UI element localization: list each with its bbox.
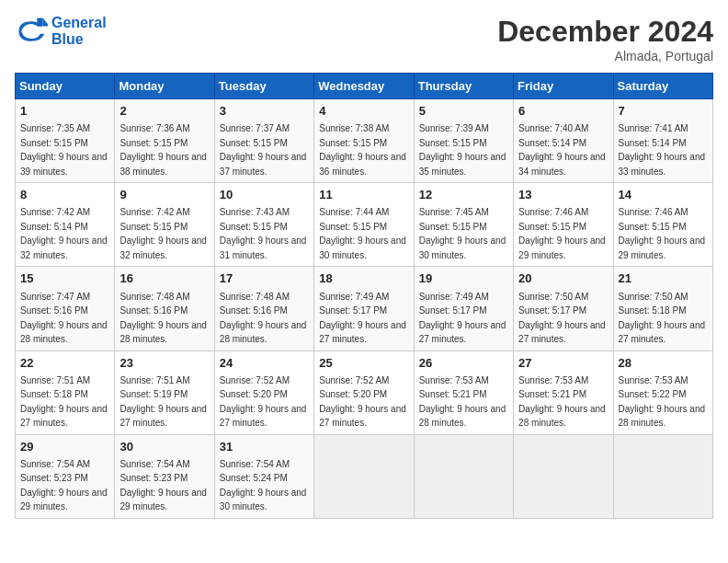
day-cell-18: 18Sunrise: 7:49 AMSunset: 5:17 PMDayligh… xyxy=(314,267,414,350)
day-cell-14: 14Sunrise: 7:46 AMSunset: 5:15 PMDayligh… xyxy=(613,183,712,267)
day-cell-12: 12Sunrise: 7:45 AMSunset: 5:15 PMDayligh… xyxy=(414,183,513,267)
day-cell-17: 17Sunrise: 7:48 AMSunset: 5:16 PMDayligh… xyxy=(214,267,313,350)
day-cell-15: 15Sunrise: 7:47 AMSunset: 5:16 PMDayligh… xyxy=(16,267,115,350)
day-number: 30 xyxy=(119,439,209,455)
day-cell-13: 13Sunrise: 7:46 AMSunset: 5:15 PMDayligh… xyxy=(514,183,613,267)
day-detail: Sunrise: 7:48 AMSunset: 5:16 PMDaylight:… xyxy=(119,292,207,345)
day-cell-3: 3Sunrise: 7:37 AMSunset: 5:15 PMDaylight… xyxy=(214,99,313,183)
day-cell-9: 9Sunrise: 7:42 AMSunset: 5:15 PMDaylight… xyxy=(115,183,214,267)
day-cell-29: 29Sunrise: 7:54 AMSunset: 5:23 PMDayligh… xyxy=(16,434,115,518)
day-detail: Sunrise: 7:54 AMSunset: 5:24 PMDaylight:… xyxy=(220,459,307,512)
day-number: 12 xyxy=(419,187,508,203)
day-number: 11 xyxy=(319,187,408,203)
day-cell-7: 7Sunrise: 7:41 AMSunset: 5:14 PMDaylight… xyxy=(613,99,712,183)
month-title: December 2024 xyxy=(497,15,713,49)
day-cell-23: 23Sunrise: 7:51 AMSunset: 5:19 PMDayligh… xyxy=(115,350,214,434)
title-area: December 2024 Almada, Portugal xyxy=(497,15,713,63)
day-detail: Sunrise: 7:47 AMSunset: 5:16 PMDaylight:… xyxy=(20,292,108,345)
day-detail: Sunrise: 7:51 AMSunset: 5:18 PMDaylight:… xyxy=(20,375,108,429)
day-number: 13 xyxy=(518,187,608,203)
day-detail: Sunrise: 7:54 AMSunset: 5:23 PMDaylight:… xyxy=(119,459,207,512)
day-number: 27 xyxy=(518,355,608,372)
day-cell-25: 25Sunrise: 7:52 AMSunset: 5:20 PMDayligh… xyxy=(314,350,414,434)
day-detail: Sunrise: 7:46 AMSunset: 5:15 PMDaylight:… xyxy=(619,207,706,260)
page-header: General Blue December 2024 Almada, Portu… xyxy=(15,15,713,63)
day-header-thursday: Thursday xyxy=(414,74,513,99)
day-number: 25 xyxy=(319,355,408,372)
day-header-wednesday: Wednesday xyxy=(314,74,414,99)
day-cell-16: 16Sunrise: 7:48 AMSunset: 5:16 PMDayligh… xyxy=(115,267,214,350)
day-detail: Sunrise: 7:49 AMSunset: 5:17 PMDaylight:… xyxy=(419,292,506,345)
day-cell-30: 30Sunrise: 7:54 AMSunset: 5:23 PMDayligh… xyxy=(115,434,214,518)
day-number: 10 xyxy=(220,187,309,203)
day-detail: Sunrise: 7:53 AMSunset: 5:21 PMDaylight:… xyxy=(518,375,606,429)
logo-text: General Blue xyxy=(51,15,107,47)
empty-cell xyxy=(613,434,712,518)
day-cell-8: 8Sunrise: 7:42 AMSunset: 5:14 PMDaylight… xyxy=(16,183,115,267)
day-number: 9 xyxy=(119,187,209,203)
day-header-tuesday: Tuesday xyxy=(214,74,313,99)
day-detail: Sunrise: 7:36 AMSunset: 5:15 PMDaylight:… xyxy=(119,123,207,177)
day-number: 24 xyxy=(220,355,309,372)
day-header-saturday: Saturday xyxy=(613,74,712,99)
day-cell-26: 26Sunrise: 7:53 AMSunset: 5:21 PMDayligh… xyxy=(414,350,513,434)
day-detail: Sunrise: 7:49 AMSunset: 5:17 PMDaylight:… xyxy=(319,292,406,345)
logo-blue: Blue xyxy=(51,31,107,48)
day-headers: SundayMondayTuesdayWednesdayThursdayFrid… xyxy=(16,74,713,99)
empty-cell xyxy=(514,434,613,518)
day-number: 23 xyxy=(119,355,209,372)
day-number: 21 xyxy=(619,270,708,287)
day-number: 19 xyxy=(419,270,508,287)
day-number: 22 xyxy=(20,355,109,372)
day-cell-31: 31Sunrise: 7:54 AMSunset: 5:24 PMDayligh… xyxy=(214,434,313,518)
day-cell-20: 20Sunrise: 7:50 AMSunset: 5:17 PMDayligh… xyxy=(514,267,613,350)
day-detail: Sunrise: 7:37 AMSunset: 5:15 PMDaylight:… xyxy=(220,123,307,177)
day-cell-10: 10Sunrise: 7:43 AMSunset: 5:15 PMDayligh… xyxy=(214,183,313,267)
day-cell-24: 24Sunrise: 7:52 AMSunset: 5:20 PMDayligh… xyxy=(214,350,313,434)
day-number: 18 xyxy=(319,270,408,287)
day-cell-19: 19Sunrise: 7:49 AMSunset: 5:17 PMDayligh… xyxy=(414,267,513,350)
week-row-1: 1Sunrise: 7:35 AMSunset: 5:15 PMDaylight… xyxy=(16,99,713,183)
week-row-3: 15Sunrise: 7:47 AMSunset: 5:16 PMDayligh… xyxy=(16,267,713,350)
day-detail: Sunrise: 7:53 AMSunset: 5:22 PMDaylight:… xyxy=(619,375,706,429)
day-detail: Sunrise: 7:43 AMSunset: 5:15 PMDaylight:… xyxy=(220,207,307,260)
day-number: 5 xyxy=(419,103,508,120)
day-detail: Sunrise: 7:50 AMSunset: 5:18 PMDaylight:… xyxy=(619,292,706,345)
location-subtitle: Almada, Portugal xyxy=(497,49,713,63)
week-row-5: 29Sunrise: 7:54 AMSunset: 5:23 PMDayligh… xyxy=(16,434,713,518)
day-detail: Sunrise: 7:44 AMSunset: 5:15 PMDaylight:… xyxy=(319,207,406,260)
day-number: 4 xyxy=(319,103,408,120)
day-header-friday: Friday xyxy=(514,74,613,99)
day-detail: Sunrise: 7:35 AMSunset: 5:15 PMDaylight:… xyxy=(20,123,108,177)
day-number: 20 xyxy=(518,270,608,287)
day-cell-27: 27Sunrise: 7:53 AMSunset: 5:21 PMDayligh… xyxy=(514,350,613,434)
day-cell-21: 21Sunrise: 7:50 AMSunset: 5:18 PMDayligh… xyxy=(613,267,712,350)
day-number: 28 xyxy=(619,355,708,372)
day-cell-22: 22Sunrise: 7:51 AMSunset: 5:18 PMDayligh… xyxy=(16,350,115,434)
svg-rect-3 xyxy=(37,18,42,27)
day-cell-28: 28Sunrise: 7:53 AMSunset: 5:22 PMDayligh… xyxy=(613,350,712,434)
calendar-table: SundayMondayTuesdayWednesdayThursdayFrid… xyxy=(15,73,713,519)
day-detail: Sunrise: 7:39 AMSunset: 5:15 PMDaylight:… xyxy=(419,123,506,177)
day-number: 1 xyxy=(20,103,109,120)
day-detail: Sunrise: 7:45 AMSunset: 5:15 PMDaylight:… xyxy=(419,207,506,260)
day-detail: Sunrise: 7:46 AMSunset: 5:15 PMDaylight:… xyxy=(518,207,606,260)
day-number: 14 xyxy=(619,187,708,203)
logo-general: General xyxy=(51,15,107,30)
day-number: 29 xyxy=(20,439,109,455)
day-cell-11: 11Sunrise: 7:44 AMSunset: 5:15 PMDayligh… xyxy=(314,183,414,267)
day-number: 8 xyxy=(20,187,109,203)
week-row-2: 8Sunrise: 7:42 AMSunset: 5:14 PMDaylight… xyxy=(16,183,713,267)
day-detail: Sunrise: 7:40 AMSunset: 5:14 PMDaylight:… xyxy=(518,123,606,177)
day-number: 7 xyxy=(619,103,708,120)
day-cell-6: 6Sunrise: 7:40 AMSunset: 5:14 PMDaylight… xyxy=(514,99,613,183)
day-cell-4: 4Sunrise: 7:38 AMSunset: 5:15 PMDaylight… xyxy=(314,99,414,183)
day-detail: Sunrise: 7:48 AMSunset: 5:16 PMDaylight:… xyxy=(220,292,307,345)
day-detail: Sunrise: 7:54 AMSunset: 5:23 PMDaylight:… xyxy=(20,459,108,512)
day-header-monday: Monday xyxy=(115,74,214,99)
day-number: 3 xyxy=(220,103,309,120)
logo-icon xyxy=(15,15,48,48)
day-detail: Sunrise: 7:52 AMSunset: 5:20 PMDaylight:… xyxy=(220,375,307,429)
day-number: 17 xyxy=(220,270,309,287)
empty-cell xyxy=(314,434,414,518)
